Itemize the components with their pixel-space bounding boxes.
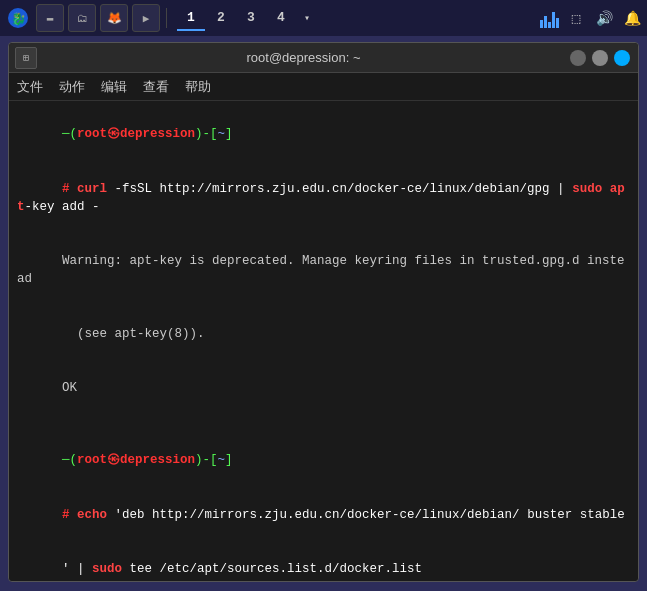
minimize-button[interactable]	[592, 50, 608, 66]
taskbar-right: ⬚ 🔊 🔔	[540, 7, 643, 29]
line-3: Warning: apt-key is deprecated. Manage k…	[17, 234, 630, 307]
menu-help[interactable]: 帮助	[185, 78, 211, 96]
tab-dropdown[interactable]: ▾	[297, 5, 317, 31]
menu-edit[interactable]: 编辑	[101, 78, 127, 96]
tab-3[interactable]: 3	[237, 5, 265, 31]
maximize-button[interactable]	[614, 50, 630, 66]
app-icon-3[interactable]: 🦊	[100, 4, 128, 32]
line-5: OK	[17, 361, 630, 415]
app-icon-2[interactable]: 🗂	[68, 4, 96, 32]
line-9: ' | sudo tee /etc/apt/sources.list.d/doc…	[17, 542, 630, 581]
line-8: # echo 'deb http://mirrors.zju.edu.cn/do…	[17, 488, 630, 542]
kali-icon[interactable]: 🐉	[4, 4, 32, 32]
expand-button[interactable]: ⊞	[15, 47, 37, 69]
network-graph	[540, 8, 559, 28]
tab-2[interactable]: 2	[207, 5, 235, 31]
app-icon-1[interactable]: ▬	[36, 4, 64, 32]
menu-bar: 文件 动作 编辑 查看 帮助	[9, 73, 638, 101]
terminal-window: ⊞ root@depression: ~ 文件 动作 编辑 查看 帮助 ─(ro…	[8, 42, 639, 582]
terminal-content[interactable]: ─(root㉿depression)-[~] # curl -fsSL http…	[9, 101, 638, 581]
terminal-titlebar: ⊞ root@depression: ~	[9, 43, 638, 73]
line-6	[17, 415, 630, 433]
separator	[166, 8, 167, 28]
line-2: # curl -fsSL http://mirrors.zju.edu.cn/d…	[17, 161, 630, 234]
taskbar: 🐉 ▬ 🗂 🦊 ▶ 1 2 3 4 ▾ ⬚ 🔊 🔔	[0, 0, 647, 36]
line-7: ─(root㉿depression)-[~]	[17, 433, 630, 487]
display-icon[interactable]: ⬚	[565, 7, 587, 29]
workspace-tabs: 1 2 3 4 ▾	[177, 5, 317, 31]
app-icon-4[interactable]: ▶	[132, 4, 160, 32]
menu-view[interactable]: 查看	[143, 78, 169, 96]
tab-1[interactable]: 1	[177, 5, 205, 31]
menu-file[interactable]: 文件	[17, 78, 43, 96]
volume-icon[interactable]: 🔊	[593, 7, 615, 29]
close-button[interactable]	[570, 50, 586, 66]
svg-text:🐉: 🐉	[11, 11, 26, 27]
line-1: ─(root㉿depression)-[~]	[17, 107, 630, 161]
notification-icon[interactable]: 🔔	[621, 7, 643, 29]
tab-4[interactable]: 4	[267, 5, 295, 31]
terminal-title: root@depression: ~	[37, 50, 570, 65]
line-4: (see apt-key(8)).	[17, 306, 630, 360]
window-buttons	[570, 50, 630, 66]
menu-action[interactable]: 动作	[59, 78, 85, 96]
